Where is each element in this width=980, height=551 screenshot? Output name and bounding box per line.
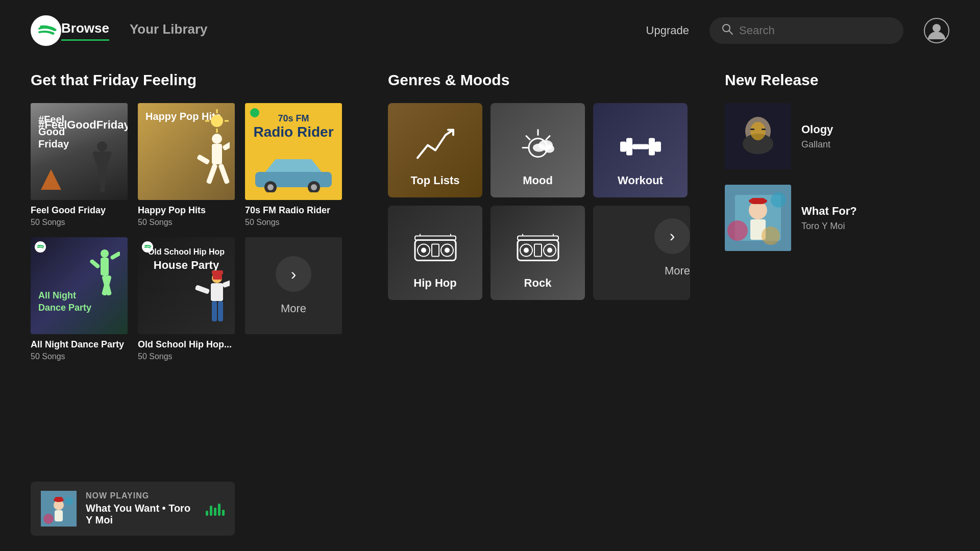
search-bar[interactable] — [709, 17, 903, 44]
hip-hop-label: Hip Hop — [413, 277, 456, 290]
svg-point-59 — [421, 247, 426, 253]
workout-label: Workout — [618, 174, 663, 187]
now-playing-track: What You Want • Toro Y Moi — [86, 503, 197, 526]
svg-line-47 — [526, 136, 530, 139]
svg-rect-32 — [110, 251, 120, 260]
svg-rect-80 — [762, 129, 766, 130]
genre-workout[interactable]: Workout — [593, 103, 688, 197]
svg-rect-93 — [55, 497, 63, 501]
svg-rect-16 — [206, 163, 218, 184]
spotify-logo-icon[interactable] — [31, 15, 61, 46]
genre-hip-hop[interactable]: Hip Hop — [388, 206, 482, 300]
new-release-what-for[interactable]: What For? Toro Y Moi — [725, 185, 949, 251]
old-school-label: Old School Hip Hop... — [138, 339, 235, 350]
genre-mood[interactable]: Mood — [491, 103, 585, 197]
mood-label: Mood — [523, 174, 553, 187]
happy-pop-songs: 50 Songs — [138, 218, 235, 227]
genres-more-label: More — [665, 264, 690, 278]
genre-grid: Top Lists Mood — [388, 103, 694, 300]
70s-fm-songs: 50 Songs — [245, 218, 342, 227]
new-releases-section: New Release Ology — [725, 71, 949, 505]
svg-rect-30 — [101, 258, 109, 276]
svg-point-61 — [445, 247, 450, 253]
svg-point-27 — [311, 184, 317, 190]
ology-info: Ology Gallant — [801, 123, 949, 150]
more-circle-icon: › — [276, 256, 311, 292]
user-icon[interactable] — [924, 18, 949, 43]
feel-good-friday-label: Feel Good Friday — [31, 205, 128, 216]
radio-rider-text: 70s FM Radio Rider — [245, 113, 342, 140]
dance-party-label: All NightDance Party — [38, 290, 91, 314]
svg-rect-31 — [89, 259, 101, 269]
svg-rect-71 — [534, 244, 542, 256]
svg-rect-40 — [195, 285, 210, 294]
svg-rect-55 — [649, 138, 655, 155]
all-night-label: All Night Dance Party — [31, 339, 128, 350]
svg-rect-85 — [750, 198, 766, 204]
svg-point-51 — [544, 144, 554, 153]
nav-your-library[interactable]: Your Library — [130, 21, 208, 40]
svg-point-5 — [97, 141, 107, 152]
all-night-songs: 50 Songs — [31, 352, 128, 361]
new-release-ology[interactable]: Ology Gallant — [725, 103, 949, 169]
audio-bars-icon — [206, 502, 225, 516]
svg-rect-54 — [632, 144, 649, 149]
header: Browse Your Library Upgrade — [0, 0, 980, 61]
svg-point-50 — [533, 143, 545, 152]
svg-rect-15 — [222, 140, 230, 151]
new-releases-list: Ology Gallant — [725, 103, 949, 251]
svg-rect-37 — [212, 270, 223, 274]
svg-point-70 — [547, 247, 552, 253]
genres-section-title: Genres & Moods — [388, 71, 694, 89]
friday-row-2: All NightDance Party All Night Dance Par… — [31, 237, 357, 361]
70s-fm-label: 70s FM Radio Rider — [245, 205, 342, 216]
70s-fm-card[interactable]: 70s FM Radio Rider 70s FM Radio Rider 50 — [245, 103, 342, 227]
friday-row-1: #FeelGoodFriday Feel Good — [31, 103, 357, 227]
svg-point-18 — [211, 115, 223, 127]
feel-good-friday-card[interactable]: #FeelGoodFriday Feel Good — [31, 103, 128, 227]
svg-rect-41 — [222, 278, 230, 288]
svg-rect-52 — [620, 141, 626, 152]
old-school-hiphop-card[interactable]: Old School Hip Hop House Party — [138, 237, 235, 361]
genre-top-lists[interactable]: Top Lists — [388, 103, 482, 197]
what-for-name: What For? — [801, 205, 949, 218]
svg-point-89 — [762, 227, 780, 245]
main-nav: Browse Your Library — [61, 20, 208, 41]
genre-rock[interactable]: Rock — [491, 206, 585, 300]
what-for-album-art — [725, 185, 791, 251]
svg-point-78 — [750, 122, 766, 140]
hip-hop-party-top-label: Old School Hip Hop — [138, 247, 235, 257]
upgrade-button[interactable]: Upgrade — [646, 24, 689, 37]
now-playing-bar[interactable]: NOW PLAYING What You Want • Toro Y Moi — [31, 482, 235, 536]
svg-point-88 — [771, 192, 786, 208]
svg-point-25 — [267, 184, 274, 190]
header-right: Upgrade — [646, 17, 949, 44]
svg-rect-43 — [218, 301, 223, 321]
svg-rect-13 — [212, 144, 222, 164]
friday-more-button[interactable]: › More — [245, 237, 342, 334]
main-content: Get that Friday Feeling #FeelGoodFriday — [0, 61, 980, 505]
svg-rect-62 — [432, 244, 439, 256]
genres-more-button[interactable]: › More — [593, 206, 690, 300]
svg-point-96 — [65, 497, 73, 505]
svg-rect-14 — [197, 154, 210, 165]
all-night-dance-card[interactable]: All NightDance Party All Night Dance Par… — [31, 237, 128, 361]
friday-more-label: More — [281, 302, 306, 315]
happy-pop-hits-card[interactable]: Happy Pop Hits — [138, 103, 235, 227]
svg-marker-11 — [41, 169, 61, 190]
ology-artist: Gallant — [801, 139, 949, 150]
feel-good-friday-songs: 50 Songs — [31, 218, 128, 227]
genres-section: Genres & Moods Top Lists — [388, 71, 694, 505]
ology-album-art — [725, 103, 791, 169]
rock-label: Rock — [524, 277, 552, 290]
svg-rect-94 — [55, 510, 63, 521]
search-input[interactable] — [739, 24, 891, 37]
nav-browse[interactable]: Browse — [61, 20, 109, 41]
search-icon — [722, 23, 733, 38]
svg-rect-53 — [626, 138, 632, 155]
svg-rect-39 — [211, 283, 223, 301]
svg-point-87 — [727, 220, 748, 241]
now-playing-label: NOW PLAYING — [86, 491, 197, 500]
happy-pop-label-text: Happy Pop Hits — [138, 205, 235, 216]
now-playing-info: NOW PLAYING What You Want • Toro Y Moi — [86, 491, 197, 526]
